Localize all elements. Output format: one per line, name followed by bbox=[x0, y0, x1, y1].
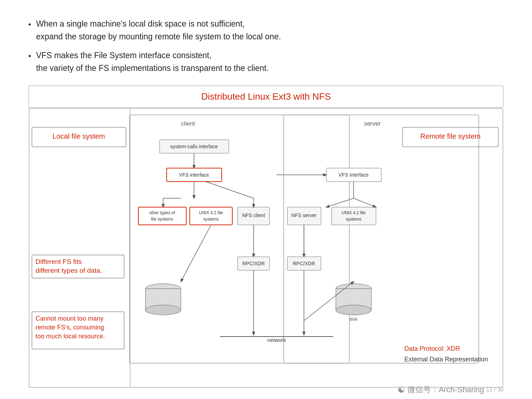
bullet-item-2: • VFS makes the File System interface co… bbox=[28, 49, 504, 74]
page-number: 11 / 30 bbox=[486, 387, 504, 393]
bullet-item-1: • When a single machine's local disk spa… bbox=[28, 18, 504, 43]
svg-text:different types of data.: different types of data. bbox=[35, 267, 102, 274]
svg-text:systems: systems bbox=[203, 217, 219, 222]
svg-rect-1 bbox=[29, 109, 130, 387]
svg-rect-20 bbox=[332, 207, 376, 225]
diff-fs-label: Different FS fits bbox=[35, 258, 82, 265]
svg-line-38 bbox=[181, 225, 211, 282]
svg-point-34 bbox=[145, 305, 181, 315]
svg-text:remote FS's, consuming: remote FS's, consuming bbox=[35, 324, 104, 331]
diagram-area: Distributed Linux Ext3 with NFS client s… bbox=[28, 85, 504, 388]
svg-rect-3 bbox=[284, 115, 479, 363]
bullet-text-1: When a single machine's local disk space… bbox=[36, 18, 281, 43]
vfs-client-label: VFS interface bbox=[179, 172, 209, 178]
remote-fs-label: Remote file system bbox=[420, 132, 481, 140]
disk-label: disk bbox=[349, 316, 358, 322]
client-label: client bbox=[181, 120, 195, 127]
watermark-text: 微信号：Arch-Sharing bbox=[408, 384, 484, 395]
svg-text:systems: systems bbox=[346, 217, 361, 222]
slide-content: • When a single machine's local disk spa… bbox=[0, 0, 532, 399]
rpc-server-label: RPC/XDR bbox=[293, 261, 315, 266]
nfs-server-label: NFS server bbox=[292, 212, 317, 218]
cannot-mount-label: Cannot mount too many bbox=[35, 315, 104, 322]
watermark: ☯ 微信号：Arch-Sharing 11 / 30 bbox=[398, 384, 504, 395]
unix-client-label: UNIX 4.2 file bbox=[199, 210, 223, 215]
svg-line-22 bbox=[206, 182, 254, 198]
unix-server-label: UNIX 4.2 file bbox=[342, 210, 366, 215]
local-fs-label: Local file system bbox=[52, 132, 105, 140]
server-label: server bbox=[364, 120, 381, 127]
other-fs-label: other types of bbox=[149, 210, 175, 215]
diagram-svg: client server Local file system Remote f… bbox=[28, 108, 504, 388]
diagram-title: Distributed Linux Ext3 with NFS bbox=[28, 85, 504, 108]
svg-text:too much local resource.: too much local resource. bbox=[35, 333, 105, 340]
svg-point-37 bbox=[336, 305, 371, 315]
svg-line-26 bbox=[354, 198, 376, 207]
svg-rect-14 bbox=[138, 207, 186, 225]
watermark-icon: ☯ bbox=[398, 385, 405, 395]
svg-rect-16 bbox=[190, 207, 232, 225]
rpc-client-label: RPC/XDR bbox=[242, 261, 265, 266]
network-label: network bbox=[267, 337, 286, 343]
svg-text:file systems: file systems bbox=[151, 217, 173, 222]
data-protocol-label: Data Protocol: XDR bbox=[404, 345, 460, 352]
vfs-server-label: VFS interface bbox=[339, 172, 369, 178]
bullet-list: • When a single machine's local disk spa… bbox=[28, 18, 504, 75]
bullet-dot-2: • bbox=[28, 50, 31, 62]
bullet-text-2: VFS makes the File System interface cons… bbox=[36, 49, 269, 74]
nfs-client-label: NFS client bbox=[242, 212, 265, 218]
syscall-label: system-calls interface bbox=[170, 144, 218, 149]
bullet-dot-1: • bbox=[28, 18, 31, 30]
ext-data-label: External Data Representation bbox=[404, 356, 488, 363]
